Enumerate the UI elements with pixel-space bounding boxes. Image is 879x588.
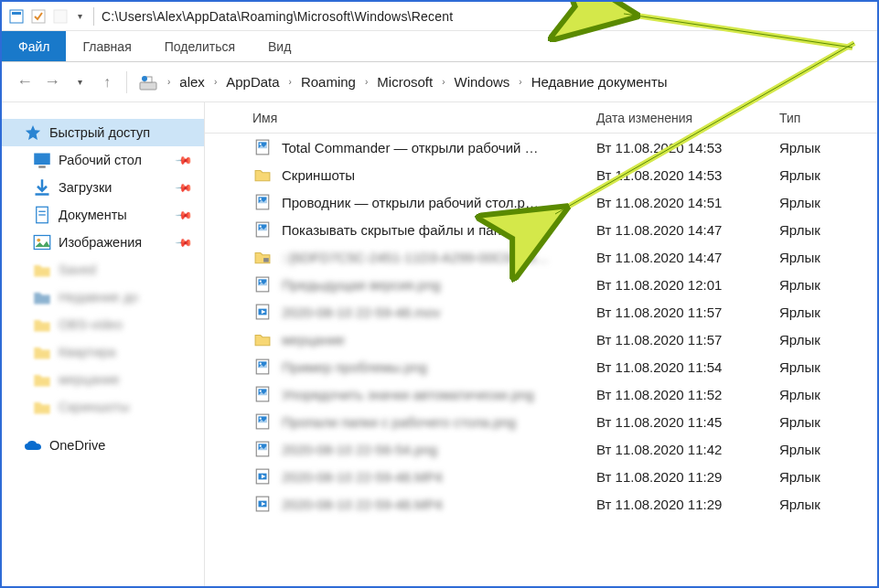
quick-access-toolbar-icon3[interactable] — [51, 7, 70, 26]
file-type: Ярлык — [779, 250, 877, 265]
breadcrumb-item[interactable]: AppData — [222, 74, 283, 90]
nav-forward-icon[interactable]: → — [38, 69, 66, 96]
file-row[interactable]: СкриншотыВт 11.08.2020 14:53Ярлык — [205, 161, 877, 188]
file-date: Вт 11.08.2020 11:45 — [596, 414, 779, 430]
file-name: Пример проблемы.png — [282, 359, 596, 375]
sidebar-item-blurred[interactable]: мерцание — [2, 366, 204, 393]
file-name: Упорядочить значки автоматически.png — [282, 387, 596, 402]
image-file-icon — [252, 412, 273, 432]
file-row[interactable]: Пример проблемы.pngВт 11.08.2020 11:54Яр… — [205, 353, 877, 380]
file-name: Проводник — открыли рабочий стол.p… — [282, 195, 596, 210]
file-type: Ярлык — [779, 442, 877, 457]
sidebar-item-blurred[interactable]: Saved — [2, 256, 204, 283]
file-row[interactable]: 2020-08-10 22-59-48.MP4Вт 11.08.2020 11:… — [205, 463, 877, 490]
ribbon-tab-file[interactable]: Файл — [2, 31, 66, 61]
sidebar-item-downloads[interactable]: Загрузки 📌 — [2, 174, 204, 201]
ribbon-tab-view[interactable]: Вид — [252, 31, 307, 61]
folder-icon — [33, 343, 51, 361]
svg-point-21 — [260, 198, 262, 200]
sidebar-item-desktop[interactable]: Рабочий стол 📌 — [2, 146, 204, 174]
svg-point-18 — [260, 144, 262, 145]
chevron-right-icon[interactable]: › — [209, 77, 222, 87]
folder-icon — [252, 329, 273, 349]
file-list-pane: Имя Дата изменения Тип Total Commander —… — [205, 102, 877, 586]
column-header-name[interactable]: Имя — [252, 111, 596, 125]
nav-history-dropdown-icon[interactable]: ▾ — [66, 69, 93, 96]
svg-point-43 — [260, 445, 262, 447]
quick-access-toolbar-icon1[interactable] — [7, 7, 26, 26]
sidebar-label: мерцание — [59, 372, 120, 387]
file-type: Ярлык — [779, 497, 877, 512]
sidebar-item-documents[interactable]: Документы 📌 — [2, 201, 204, 229]
sidebar-item-pictures[interactable]: Изображения 📌 — [2, 229, 204, 256]
file-row[interactable]: ::{6DFD7C5C-2451-11D3-A299-00C04F8…Вт 11… — [205, 243, 877, 271]
sidebar-item-blurred[interactable]: Недавние до — [2, 283, 204, 311]
breadcrumb-item[interactable]: Недавние документы — [528, 74, 671, 90]
cloud-icon — [24, 436, 42, 454]
quick-access-toolbar-icon2[interactable] — [29, 7, 48, 26]
svg-point-6 — [142, 76, 147, 81]
file-name: мерцание — [282, 332, 596, 347]
sidebar-item-blurred[interactable]: Квартира — [2, 338, 204, 366]
file-row[interactable]: Упорядочить значки автоматически.pngВт 1… — [205, 380, 877, 408]
file-type: Ярлык — [779, 277, 877, 293]
sidebar-item-onedrive[interactable]: OneDrive — [2, 432, 204, 459]
ribbon-tab-share[interactable]: Поделиться — [148, 31, 252, 61]
svg-rect-1 — [12, 12, 21, 15]
file-type: Ярлык — [779, 305, 877, 320]
svg-point-37 — [260, 390, 262, 392]
sidebar-item-blurred[interactable]: Скриншоты — [2, 393, 204, 421]
chevron-right-icon[interactable]: › — [513, 77, 527, 87]
file-row[interactable]: Показывать скрытые файлы и папки.pngВт 1… — [205, 216, 877, 243]
nav-up-icon[interactable]: ↑ — [93, 69, 121, 96]
file-row[interactable]: 2020-08-10 22-59-48.MP4Вт 11.08.2020 11:… — [205, 490, 877, 518]
nav-back-icon[interactable]: ← — [11, 69, 38, 96]
file-row[interactable]: Пропали папки с рабочего стола.pngВт 11.… — [205, 408, 877, 435]
image-file-icon — [252, 439, 273, 459]
file-row[interactable]: Total Commander — открыли рабочий …Вт 11… — [205, 134, 877, 161]
sidebar-label: Документы — [59, 208, 127, 222]
quick-access-dropdown-icon[interactable]: ▾ — [73, 11, 86, 21]
sidebar-item-blurred[interactable]: OBS-video — [2, 311, 204, 338]
breadcrumb[interactable]: › alex › AppData › Roaming › Microsoft ›… — [133, 69, 868, 96]
file-row[interactable]: 2020-08-10 22-56-54.pngВт 11.08.2020 11:… — [205, 435, 877, 463]
ribbon-tabs: Файл Главная Поделиться Вид — [2, 31, 877, 62]
svg-point-24 — [260, 226, 262, 228]
file-row[interactable]: 2020-08-10 22-59-48.movВт 11.08.2020 11:… — [205, 298, 877, 326]
chevron-right-icon[interactable]: › — [162, 77, 176, 87]
breadcrumb-item[interactable]: Roaming — [297, 74, 359, 90]
svg-rect-8 — [34, 154, 50, 166]
chevron-right-icon[interactable]: › — [284, 77, 297, 87]
svg-marker-7 — [26, 125, 40, 140]
ribbon-tab-home[interactable]: Главная — [66, 31, 147, 61]
chevron-right-icon[interactable]: › — [359, 77, 373, 87]
star-icon — [24, 123, 42, 142]
column-header-date[interactable]: Дата изменения — [596, 111, 779, 125]
file-date: Вт 11.08.2020 11:29 — [596, 497, 779, 512]
file-name: 2020-08-10 22-56-54.png — [282, 442, 596, 457]
file-name: ::{6DFD7C5C-2451-11D3-A299-00C04F8… — [282, 250, 596, 265]
sidebar-item-quick-access[interactable]: Быстрый доступ — [2, 119, 204, 146]
video-file-icon — [252, 466, 273, 486]
chevron-right-icon[interactable]: › — [436, 77, 450, 87]
file-row[interactable]: Предыдущая версия.pngВт 11.08.2020 12:01… — [205, 271, 877, 298]
folder-icon — [33, 370, 51, 389]
svg-point-40 — [260, 418, 262, 420]
file-list[interactable]: Total Commander — открыли рабочий …Вт 11… — [205, 134, 877, 586]
file-type: Ярлык — [779, 195, 877, 210]
titlebar-separator — [93, 7, 94, 26]
sidebar-label: Изображения — [59, 235, 142, 250]
file-type: Ярлык — [779, 359, 877, 375]
file-row[interactable]: Проводник — открыли рабочий стол.p…Вт 11… — [205, 188, 877, 216]
file-row[interactable]: мерцаниеВт 11.08.2020 11:57Ярлык — [205, 326, 877, 353]
breadcrumb-item[interactable]: Microsoft — [373, 74, 436, 90]
file-date: Вт 11.08.2020 14:47 — [596, 250, 779, 265]
file-date: Вт 11.08.2020 14:47 — [596, 222, 779, 238]
sidebar-label: OBS-video — [59, 317, 123, 332]
folder-icon — [33, 398, 51, 416]
breadcrumb-item[interactable]: alex — [176, 74, 209, 90]
column-header-type[interactable]: Тип — [779, 111, 877, 125]
breadcrumb-item[interactable]: Windows — [451, 74, 514, 90]
sidebar-label: Рабочий стол — [59, 153, 142, 167]
svg-rect-10 — [36, 193, 49, 196]
